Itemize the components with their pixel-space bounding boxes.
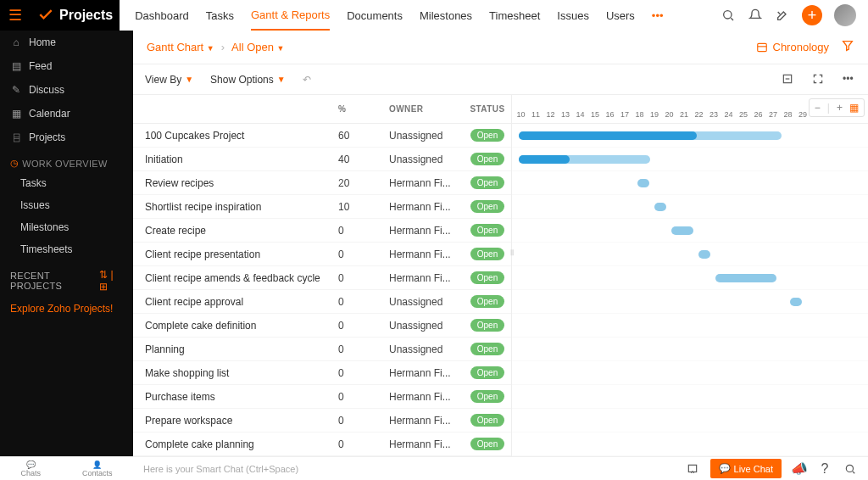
sidebar-item-calendar[interactable]: ▦Calendar (0, 102, 133, 126)
status-badge[interactable]: Open (470, 319, 504, 332)
gantt-bar[interactable] (790, 298, 802, 306)
task-owner: Hermann Fi... (389, 201, 464, 213)
sidebar-item-discuss[interactable]: ✎Discuss (0, 78, 133, 102)
status-badge[interactable]: Open (470, 176, 504, 189)
table-row[interactable]: Client recipe presentation0Hermann Fi...… (133, 243, 511, 266)
table-row[interactable]: Prepare workspace0Hermann Fi...Open (133, 409, 511, 433)
undo-icon[interactable]: ↶ (303, 74, 311, 86)
timeline-day: 10 (515, 110, 526, 119)
tab-timesheet[interactable]: Timesheet (489, 0, 540, 31)
tab-users[interactable]: Users (606, 0, 635, 31)
table-row[interactable]: Client recipe amends & feedback cycle0He… (133, 266, 511, 290)
task-owner: Hermann Fi... (389, 225, 464, 237)
sidebar-item-home[interactable]: ⌂Home (0, 31, 133, 54)
tab-milestones[interactable]: Milestones (420, 0, 472, 31)
gantt-bar[interactable] (671, 226, 693, 235)
status-badge[interactable]: Open (470, 390, 504, 403)
smart-chat-input[interactable]: Here is your Smart Chat (Ctrl+Space) (133, 464, 685, 474)
task-percent: 0 (338, 415, 389, 427)
sidebar-work-tasks[interactable]: Tasks (0, 172, 133, 194)
breadcrumb-gantt[interactable]: Gantt Chart ▼ (147, 41, 214, 53)
breadcrumb-filter[interactable]: All Open ▼ (231, 41, 284, 53)
view-by-dropdown[interactable]: View By ▼ (145, 74, 193, 86)
task-percent: 0 (338, 248, 389, 260)
filter-icon[interactable] (841, 39, 854, 56)
tab-dashboard[interactable]: Dashboard (135, 0, 189, 31)
search-icon[interactable] (721, 8, 736, 23)
sidebar-work-milestones[interactable]: Milestones (0, 216, 133, 238)
table-row[interactable]: Complete cake planning0Hermann Fi...Open (133, 433, 511, 456)
zoom-in-icon[interactable]: + (837, 102, 843, 114)
svg-point-6 (846, 465, 853, 472)
table-row[interactable]: Complete cake definition0UnassignedOpen (133, 314, 511, 338)
table-row[interactable]: Initiation40UnassignedOpen (133, 148, 511, 171)
status-badge[interactable]: Open (470, 224, 504, 237)
status-badge[interactable]: Open (470, 343, 504, 355)
hamburger-menu[interactable]: ☰ (0, 0, 31, 31)
sidebar-work-timesheets[interactable]: Timesheets (0, 238, 133, 260)
zoom-fit-icon[interactable]: ▦ (849, 102, 859, 114)
table-row[interactable]: Planning0UnassignedOpen (133, 338, 511, 361)
zoom-control[interactable]: − | + ▦ (809, 98, 865, 117)
tools-icon[interactable] (775, 8, 790, 23)
gantt-bar[interactable] (715, 274, 776, 282)
work-overview-header[interactable]: ◷WORK OVERVIEW (0, 149, 133, 172)
status-badge[interactable]: Open (470, 438, 504, 450)
more-icon[interactable]: ••• (843, 73, 856, 87)
help-icon[interactable]: ? (817, 461, 832, 477)
status-badge[interactable]: Open (470, 129, 504, 142)
timeline-day: 22 (693, 110, 704, 119)
sidebar-item-projects[interactable]: ⌸Projects (0, 126, 133, 149)
search-bottom-icon[interactable] (843, 461, 858, 477)
task-owner: Unassigned (389, 130, 464, 142)
table-row[interactable]: 100 Cupcakes Project60UnassignedOpen (133, 124, 511, 148)
status-badge[interactable]: Open (470, 153, 504, 165)
tab-issues[interactable]: Issues (557, 0, 589, 31)
user-avatar[interactable] (834, 4, 856, 26)
gantt-bar[interactable] (637, 179, 649, 187)
table-row[interactable]: Purchase items0Hermann Fi...Open (133, 385, 511, 409)
tab-gantt-reports[interactable]: Gantt & Reports (251, 0, 330, 31)
status-badge[interactable]: Open (470, 366, 504, 379)
table-row[interactable]: Shortlist recipe inspiration10Hermann Fi… (133, 195, 511, 219)
fullscreen-icon[interactable] (812, 73, 826, 87)
column-resize-handle[interactable]: ⦀ (510, 248, 514, 258)
tab-tasks[interactable]: Tasks (206, 0, 234, 31)
status-badge[interactable]: Open (470, 414, 504, 427)
task-name: Client recipe amends & feedback cycle (133, 272, 338, 284)
recent-projects-header[interactable]: RECENT PROJECTS ⇅ | ⊞ (0, 260, 133, 296)
gantt-bar[interactable] (698, 250, 710, 259)
timeline-day: 23 (709, 110, 720, 119)
status-badge[interactable]: Open (470, 200, 504, 213)
live-chat-button[interactable]: 💬 Live Chat (710, 459, 782, 478)
gantt-bar[interactable] (654, 203, 666, 211)
timeline-day: 24 (723, 110, 734, 119)
status-badge[interactable]: Open (470, 271, 504, 284)
explore-link[interactable]: Explore Zoho Projects! (0, 296, 133, 321)
contacts-tab[interactable]: 👤Contacts (82, 460, 113, 477)
status-badge[interactable]: Open (470, 248, 504, 260)
chat-popout-icon[interactable] (685, 461, 700, 477)
task-percent: 10 (338, 201, 389, 213)
table-row[interactable]: Client recipe approval0UnassignedOpen (133, 290, 511, 314)
gantt-bar-progress[interactable] (519, 155, 570, 164)
table-row[interactable]: Review recipes20Hermann Fi...Open (133, 171, 511, 195)
announcement-icon[interactable]: 📣 (792, 461, 807, 477)
tab-more[interactable]: ••• (652, 0, 664, 31)
tab-documents[interactable]: Documents (347, 0, 403, 31)
show-options-dropdown[interactable]: Show Options ▼ (210, 74, 286, 86)
svg-point-0 (724, 11, 732, 19)
sidebar-item-feed[interactable]: ▤Feed (0, 54, 133, 78)
status-badge[interactable]: Open (470, 295, 504, 308)
chronology-button[interactable]: Chronology (756, 41, 830, 53)
chats-tab[interactable]: 💬Chats (20, 460, 41, 477)
zoom-out-icon[interactable]: − (815, 102, 821, 114)
table-row[interactable]: Create recipe0Hermann Fi...Open (133, 219, 511, 243)
gantt-bar-progress[interactable] (519, 131, 697, 140)
task-name: Review recipes (133, 177, 338, 189)
add-button[interactable]: + (802, 5, 822, 25)
export-icon[interactable] (782, 73, 795, 87)
bell-icon[interactable] (748, 8, 763, 23)
sidebar-work-issues[interactable]: Issues (0, 194, 133, 216)
table-row[interactable]: Make shopping list0Hermann Fi...Open (133, 361, 511, 385)
